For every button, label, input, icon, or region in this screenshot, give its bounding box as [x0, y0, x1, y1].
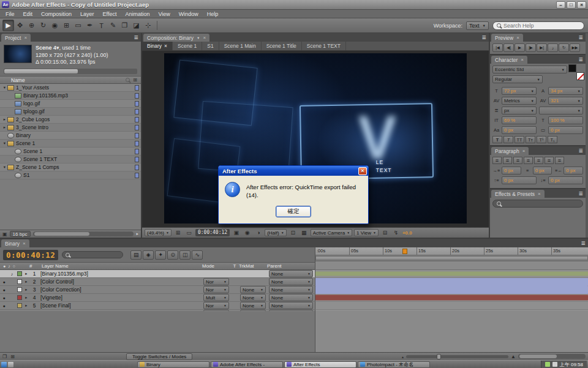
layer-row[interactable]: ●▸2[Color Control]Nor▼None▼ — [0, 278, 315, 286]
project-list-header[interactable]: Name ⊞ — [0, 76, 141, 84]
live-update-icon[interactable]: ◈ — [143, 250, 154, 260]
fill-color-swatch[interactable] — [568, 64, 576, 72]
font-style-dropdown[interactable]: Regular▼ — [492, 75, 543, 83]
project-item[interactable]: logo.gif — [0, 100, 141, 108]
tsume-field[interactable]: 0 px — [548, 126, 583, 134]
exposure-value[interactable]: +0.0 — [402, 230, 412, 236]
audio-column-icon[interactable]: ♪ — [8, 264, 10, 268]
layer-expand-icon[interactable]: ▸ — [23, 271, 29, 276]
label-color-chip[interactable] — [135, 85, 139, 91]
label-color-chip[interactable] — [135, 117, 139, 122]
project-item[interactable]: Scene 1 — [0, 148, 141, 156]
tab-timeline-binary[interactable]: Binary× — [1, 239, 29, 247]
layer-duration-bar[interactable] — [315, 272, 588, 276]
justify-all-button[interactable]: ≡ — [555, 157, 564, 164]
parent-dropdown[interactable]: None▼ — [269, 302, 313, 309]
work-area-range[interactable] — [315, 256, 588, 260]
fast-previews-icon[interactable]: ↯ — [391, 229, 401, 237]
maximize-button[interactable]: □ — [567, 1, 576, 9]
audio-toggle-button[interactable]: ♪ — [548, 43, 558, 52]
type-tool[interactable]: T — [96, 20, 107, 31]
label-color-chip[interactable] — [135, 149, 139, 154]
layer-duration-track[interactable] — [315, 278, 588, 286]
stroke-style-dropdown[interactable]: ▼ — [539, 107, 583, 115]
menu-effect[interactable]: Effect — [99, 11, 121, 17]
interpret-footage-icon[interactable]: ▣ — [2, 231, 7, 237]
menu-file[interactable]: File — [1, 11, 19, 17]
camera-dropdown[interactable]: Active Camera▼ — [311, 229, 352, 236]
layer-duration-bar[interactable] — [315, 278, 588, 286]
justify-last-right-button[interactable]: ≡ — [545, 157, 554, 164]
panel-menu-icon[interactable]: ≣ — [481, 34, 486, 40]
comp-tab-scene-1[interactable]: Scene 1 — [173, 42, 202, 50]
taskbar-item-binary[interactable]: Binary — [137, 361, 209, 368]
layer-row[interactable]: ●▸4[Vignette]Mult▼None▼None▼ — [0, 294, 315, 302]
all-caps-button[interactable]: TT — [514, 136, 524, 143]
project-flowchart-icon[interactable]: ⊞ — [133, 77, 137, 83]
visibility-eye-icon[interactable]: ● — [0, 304, 8, 308]
stroke-width-field[interactable]: px▼ — [502, 107, 537, 115]
region-of-interest-icon[interactable]: ⊡ — [288, 229, 298, 237]
menu-edit[interactable]: Edit — [19, 11, 37, 17]
pen-tool[interactable]: ✒ — [84, 20, 96, 31]
layer-duration-track[interactable] — [315, 286, 588, 294]
previous-frame-button[interactable]: ◀| — [503, 43, 514, 52]
minimize-button[interactable]: – — [556, 1, 565, 9]
workspace-dropdown[interactable]: Text▼ — [466, 21, 489, 30]
layer-duration-track[interactable] — [315, 294, 588, 302]
motion-blur-icon[interactable]: ∿ — [192, 250, 203, 260]
selection-tool[interactable]: ▶ — [2, 20, 14, 31]
tracking-field[interactable]: 321▼ — [548, 97, 583, 105]
project-item[interactable]: S1 — [0, 171, 141, 179]
first-line-indent-field[interactable]: 0 px — [533, 167, 552, 175]
fill-stroke-swatches[interactable] — [568, 64, 584, 80]
magnification-dropdown[interactable]: (49.4%)▼ — [145, 229, 172, 236]
indent-right-field[interactable]: 0 px — [564, 167, 583, 175]
panel-menu-icon[interactable]: ≣ — [578, 56, 583, 62]
horizontal-scale-field[interactable]: 100 % — [548, 116, 583, 124]
parent-dropdown[interactable]: None▼ — [269, 286, 313, 293]
label-color-chip[interactable] — [135, 93, 139, 99]
parent-dropdown[interactable]: None▼ — [269, 270, 313, 277]
font-family-dropdown[interactable]: Eccentric Std▼ — [492, 66, 567, 73]
tab-effects-presets[interactable]: Effects & Presets× — [491, 190, 545, 198]
time-ruler[interactable]: :00s05s10s15s20s25s30s35s — [315, 247, 588, 255]
draft-3d-icon[interactable]: ✦ — [155, 250, 166, 260]
dialog-title-bar[interactable]: After Effects × — [219, 166, 368, 176]
layer-name[interactable]: [Vignette] — [39, 295, 202, 301]
comp-timecode[interactable]: 0:00:40:12 — [195, 229, 230, 236]
layer-duration-bar[interactable] — [315, 286, 588, 294]
ram-preview-button[interactable]: ▶▶ — [570, 43, 580, 52]
loop-button[interactable]: ↻ — [559, 43, 569, 52]
menu-layer[interactable]: Layer — [76, 11, 99, 17]
show-snapshot-icon[interactable]: ◉ — [243, 229, 252, 237]
project-item[interactable]: Binary.101356.mp3 — [0, 92, 141, 100]
close-icon[interactable]: × — [24, 35, 27, 40]
visibility-eye-icon[interactable]: ● — [0, 288, 8, 292]
composition-mini-flowchart-icon[interactable]: ▤ — [130, 250, 141, 260]
label-color-chip[interactable] — [135, 173, 139, 178]
space-before-field[interactable]: 0 px — [502, 176, 537, 184]
layer-label-color[interactable] — [17, 279, 22, 284]
timeline-zoom-slider[interactable] — [406, 355, 508, 358]
space-after-field[interactable]: 0 px — [548, 176, 583, 184]
zoom-out-mountain-icon[interactable]: ▴ — [402, 355, 404, 359]
column-layer-name[interactable]: Layer Name — [39, 263, 202, 269]
justify-last-left-button[interactable]: ≡ — [524, 157, 533, 164]
menu-view[interactable]: View — [154, 11, 174, 17]
label-color-chip[interactable] — [135, 141, 139, 146]
close-icon[interactable]: × — [23, 241, 26, 246]
visibility-eye-icon[interactable]: ● — [0, 280, 8, 284]
layer-expand-icon[interactable]: ▸ — [23, 303, 29, 308]
expand-icon[interactable]: ▸ — [2, 125, 7, 130]
label-color-chip[interactable] — [135, 101, 139, 107]
zoom-slider-thumb[interactable] — [437, 354, 441, 359]
menu-composition[interactable]: Composition — [37, 11, 76, 17]
taskbar-item-after-effects[interactable]: After Effects — [284, 361, 356, 368]
work-area-bar[interactable] — [315, 255, 588, 261]
close-icon[interactable]: × — [164, 43, 167, 49]
menu-window[interactable]: Window — [175, 11, 203, 17]
layer-duration-bar[interactable] — [315, 295, 588, 301]
column-number[interactable]: # — [29, 263, 39, 269]
project-item[interactable]: ▸2_Cube Logos — [0, 116, 141, 124]
